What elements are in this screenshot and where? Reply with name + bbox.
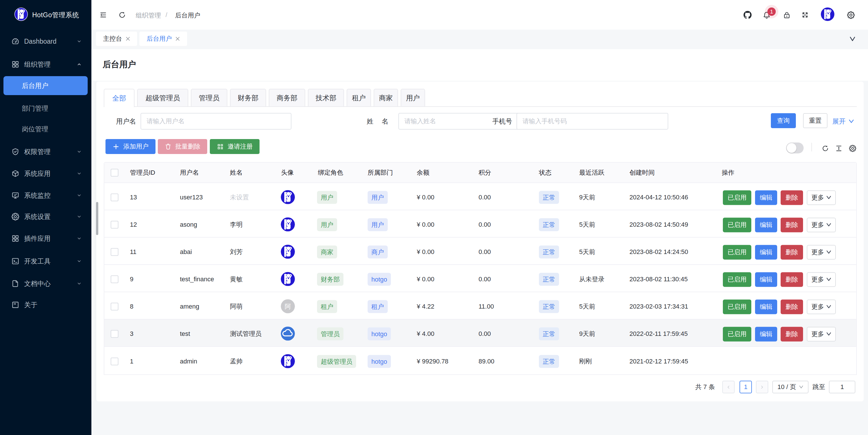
svg-text:阿: 阿	[285, 303, 291, 310]
